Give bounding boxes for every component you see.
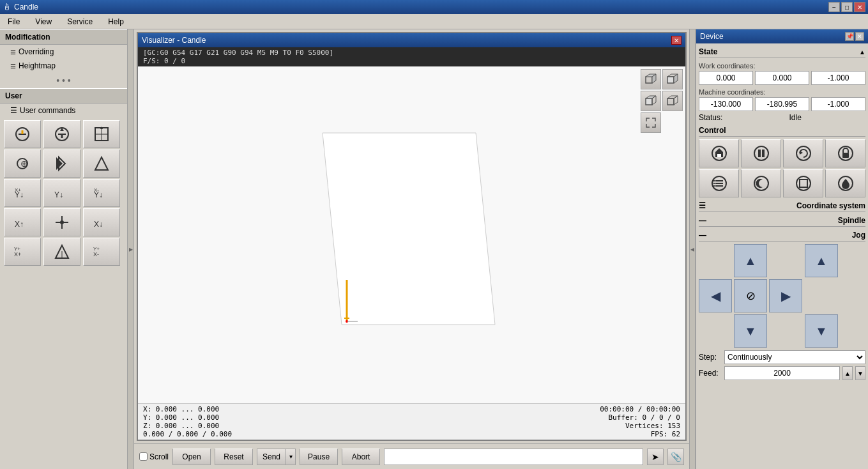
jog-down-button[interactable]: ▼ [734,314,767,348]
device-close-button[interactable]: ✕ [855,32,864,41]
heightmap-item[interactable]: ☰ Heightmap [0,59,127,73]
jog-title: — Jog [699,229,865,242]
feed-up-button[interactable]: ▲ [842,366,853,380]
cmd-btn-4[interactable]: ⊕ [4,150,41,178]
restore-button[interactable]: □ [841,2,853,12]
device-title: Device [700,32,724,41]
user-commands-text: User commands [20,106,75,115]
device-pin-button[interactable]: 📌 [845,32,854,41]
work-z-field: -1.000 [811,71,865,85]
send-dropdown-button[interactable]: ▾ [286,449,296,465]
main-area: Modification ☰ Overriding ☰ Heightmap • … [0,29,868,469]
svg-text:Y+: Y+ [14,246,20,252]
jog-left-button[interactable]: ◀ [699,279,732,312]
svg-point-56 [796,146,811,160]
control-label: Control [699,126,726,135]
cmd-history-button[interactable]: 📎 [667,449,684,465]
jog-up-button[interactable]: ▲ [734,244,767,277]
menu-view[interactable]: View [30,16,57,27]
open-button[interactable]: Open [172,449,211,465]
svg-text:X-: X- [93,251,99,258]
cmd-btn-2[interactable] [43,120,80,148]
jog-right-button[interactable]: ▶ [769,279,802,312]
step-select[interactable]: Continuously 0.1 1 10 [724,350,865,364]
jog-area: ▲ ◀ ⊘ ▶ ▼ ▲ ▼ [699,244,865,348]
lock-ctrl-button[interactable] [825,139,865,167]
visualizer-close-button[interactable]: ✕ [671,36,681,45]
control-section: Control [699,125,865,197]
menu-bar: File View Service Help [0,14,868,29]
user-commands-grid: ⊕ Y↓X+ Y↓ Y↓X- X↑ [0,118,127,268]
minimize-button[interactable]: − [828,2,840,12]
pause-button[interactable]: Pause [300,449,338,465]
state-chevron[interactable]: ▲ [859,49,865,56]
send-cmd-button[interactable]: ➤ [647,449,664,465]
cmd-btn-1[interactable] [4,120,41,148]
menu-file[interactable]: File [3,16,25,27]
pause-ctrl-button[interactable] [741,139,781,167]
cmd-btn-5[interactable] [43,150,80,178]
abort-button[interactable]: Abort [342,449,380,465]
title-bar-left: 🕯 Candle [3,2,38,12]
overriding-collapse-icon: ☰ [10,49,16,56]
jog-label: Jog [852,231,865,240]
cmd-btn-9[interactable]: Y↓X- [83,179,120,207]
jog-z-up-button[interactable]: ▲ [805,244,838,277]
cmd-btn-8[interactable]: Y↓ [43,179,80,207]
menu-service[interactable]: Service [62,16,98,27]
svg-text:X-: X- [94,187,99,193]
left-panel-collapse-handle[interactable]: ▸ [128,29,134,469]
reset-ctrl-button[interactable] [783,139,823,167]
modification-header: Modification [0,29,127,45]
cmd-btn-13[interactable]: X+Y+ [4,238,41,266]
overriding-item[interactable]: ☰ Overriding [0,45,127,59]
frame-ctrl-button[interactable] [783,169,823,197]
jog-section: — Jog ▲ ◀ ⊘ ▶ [699,229,865,380]
jog-z-down-button[interactable]: ▼ [805,314,838,348]
cmd-btn-3[interactable] [83,120,120,148]
jog-empty-tl [699,244,732,277]
control-buttons-grid [699,139,865,197]
svg-text:Y↓: Y↓ [54,190,63,199]
vis-fs-line: F/S: 0 / 0 [143,57,680,65]
home-button[interactable] [699,139,739,167]
right-panel-collapse-handle[interactable]: ◂ [689,29,696,469]
close-button[interactable]: ✕ [854,2,865,12]
cmd-btn-10[interactable]: X↑ [4,208,41,236]
menu-help[interactable]: Help [103,16,129,27]
dots-row: • • • [0,73,127,88]
cmd-btn-14[interactable] [43,238,80,266]
work-x-field: 0.000 [699,71,753,85]
svg-text:Y+: Y+ [93,246,100,252]
send-button[interactable]: Send [257,449,286,465]
cmd-btn-15[interactable]: X-Y+ [83,238,120,266]
moon-ctrl-button[interactable] [741,169,781,197]
jog-center-button[interactable]: ⊘ [734,279,767,312]
svg-marker-15 [95,157,108,170]
svg-rect-63 [715,185,723,187]
feed-input[interactable]: 2000 [724,366,840,380]
cmd-btn-12[interactable]: X↓ [83,208,120,236]
feed-down-button[interactable]: ▼ [855,366,865,380]
3d-drawing [233,95,591,376]
vis-status-right: 00:00:00 / 00:00:00 Buffer: 0 / 0 / 0 Ve… [600,405,680,438]
scroll-checkbox[interactable] [139,452,148,461]
cmd-btn-7[interactable]: Y↓X+ [4,179,41,207]
reset-button[interactable]: Reset [215,449,253,465]
app-title: Candle [14,3,38,12]
list-ctrl-button[interactable] [699,169,739,197]
visualizer-canvas[interactable] [138,66,685,403]
cmd-btn-11[interactable] [43,208,80,236]
cmd-btn-6[interactable] [83,150,120,178]
jog-empty-tr [769,244,802,277]
bottom-toolbar: Scroll Open Reset Send ▾ Pause Abort ➤ 📎 [134,443,689,469]
work-coords-row: 0.000 0.000 -1.000 [699,71,865,85]
svg-rect-69 [800,180,807,187]
vis-vertices: Vertices: 153 [600,422,680,430]
command-input[interactable] [384,449,643,465]
send-button-group: Send ▾ [257,449,296,465]
machine-x-field: -130.000 [699,97,753,111]
drop-ctrl-button[interactable] [825,169,865,197]
vis-time: 00:00:00 / 00:00:00 [600,405,680,413]
svg-text:⊕: ⊕ [20,158,28,169]
